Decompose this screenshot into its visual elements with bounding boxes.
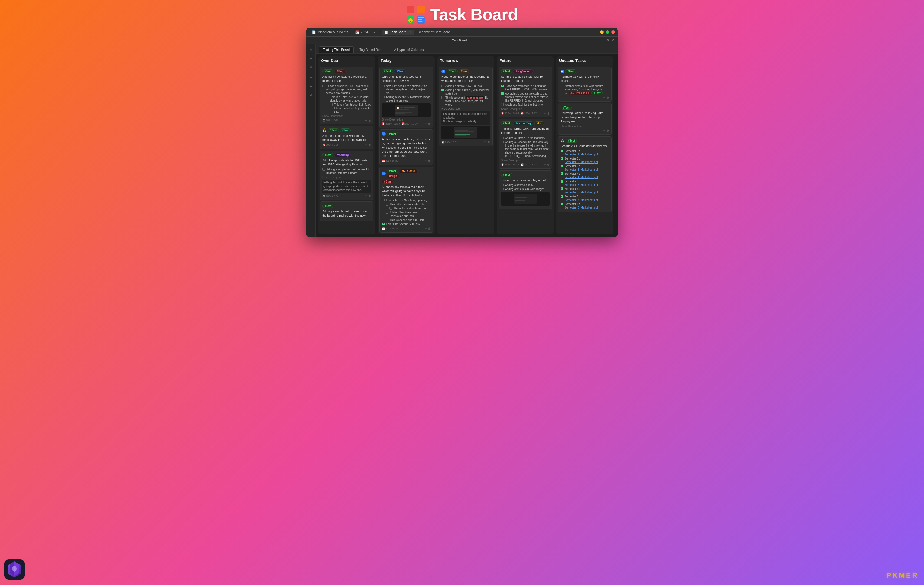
- delete-icon[interactable]: 🗑: [368, 195, 371, 197]
- hide-desc-btn[interactable]: Hide Description: [441, 107, 490, 110]
- subtask-checkbox[interactable]: ✓: [501, 92, 504, 95]
- subtask-checkbox-checked[interactable]: ✓: [441, 89, 444, 91]
- sidebar-icon-star[interactable]: ★: [308, 83, 314, 89]
- refresh-icon[interactable]: ↺: [612, 38, 614, 42]
- new-tab-btn[interactable]: +: [456, 30, 458, 34]
- sidebar-toggle-btn[interactable]: ☰: [310, 38, 312, 42]
- delete-icon[interactable]: 🗑: [487, 140, 490, 144]
- subtask-checkbox[interactable]: [386, 218, 388, 221]
- tag-foo[interactable]: #foo: [459, 69, 469, 73]
- delete-icon[interactable]: 🗑: [368, 119, 371, 122]
- tag-test[interactable]: #Test: [501, 69, 512, 73]
- subtask-checkbox[interactable]: [389, 207, 392, 210]
- subtask-checkbox[interactable]: ✓: [561, 203, 563, 205]
- tag-test[interactable]: #Test: [501, 121, 512, 126]
- tag-test[interactable]: #Test: [328, 128, 339, 132]
- subtask-checkbox[interactable]: [501, 140, 504, 143]
- show-desc-btn[interactable]: Show Description: [501, 107, 550, 111]
- edit-icon[interactable]: ✏: [425, 122, 427, 126]
- board-tab-alltypes[interactable]: All types of Columns: [390, 46, 427, 53]
- subtask-checkbox[interactable]: [441, 96, 444, 99]
- board-tab-tagbased[interactable]: Tag Based Board: [355, 46, 388, 53]
- edit-icon[interactable]: ✏: [484, 140, 486, 144]
- tag-test[interactable]: #Test: [387, 169, 398, 173]
- minimize-btn[interactable]: [600, 30, 604, 34]
- edit-icon[interactable]: ✏: [365, 195, 367, 197]
- tag-bug-solver[interactable]: #bug/solver: [513, 69, 533, 73]
- subtask-checkbox[interactable]: ✓: [561, 195, 563, 198]
- tag-subtasks[interactable]: #SubTasks: [399, 169, 417, 173]
- edit-icon[interactable]: ✏: [365, 144, 367, 147]
- tag-test[interactable]: #Test: [566, 139, 577, 143]
- maximize-btn[interactable]: [606, 30, 609, 34]
- tab-close-taskboard[interactable]: ×: [409, 31, 411, 33]
- subtask-checkbox[interactable]: [386, 211, 388, 214]
- tag-test[interactable]: #Test: [387, 132, 398, 136]
- subtask-checkbox[interactable]: ✓: [501, 84, 504, 87]
- tag-test[interactable]: #Test: [501, 173, 512, 177]
- edit-icon[interactable]: ✏: [365, 119, 367, 122]
- subtask-checkbox[interactable]: [501, 183, 504, 186]
- subtask-checkbox[interactable]: [561, 84, 563, 87]
- tag-bug[interactable]: #Bug: [382, 180, 393, 183]
- show-desc-btn[interactable]: Show Description: [501, 159, 550, 162]
- subtask-checkbox-checked[interactable]: ✓: [382, 223, 384, 225]
- subtask-checkbox[interactable]: [382, 199, 384, 202]
- subtask-checkbox[interactable]: ✓: [561, 187, 563, 190]
- subtask-checkbox[interactable]: ✓: [561, 172, 563, 175]
- sidebar-icon-list[interactable]: ≡: [308, 56, 314, 61]
- show-desc-btn[interactable]: Show Description: [561, 125, 609, 128]
- sidebar-icon-settings[interactable]: ⚙: [308, 74, 314, 79]
- subtask-checkbox[interactable]: [501, 103, 504, 106]
- subtask-checkbox[interactable]: [322, 168, 325, 171]
- subtask-checkbox[interactable]: [501, 137, 504, 139]
- subtask-checkbox[interactable]: [501, 188, 504, 190]
- delete-icon[interactable]: 🗑: [607, 129, 609, 132]
- tag-feat[interactable]: #feat: [340, 128, 350, 132]
- subtask-checkbox[interactable]: [386, 203, 388, 206]
- delete-icon[interactable]: 🗑: [547, 112, 550, 115]
- tag-test[interactable]: #Test: [322, 69, 333, 73]
- tag-test[interactable]: #Test: [447, 69, 458, 73]
- titlebar-tab-misc[interactable]: 📄 Miscellaneous Points: [309, 30, 351, 35]
- close-btn[interactable]: [611, 30, 615, 34]
- titlebar-tab-taskboard[interactable]: 📋 Task Board ×: [382, 30, 414, 35]
- subtask-checkbox[interactable]: ✓: [561, 157, 563, 160]
- delete-icon[interactable]: 🗑: [428, 122, 431, 126]
- subtask-checkbox[interactable]: ✓: [561, 165, 563, 167]
- sidebar-icon-close[interactable]: ✕: [308, 93, 314, 98]
- tag-bug[interactable]: #Bug: [335, 69, 346, 73]
- tag-test[interactable]: #Test: [382, 69, 393, 73]
- tag-test[interactable]: #Test: [322, 204, 333, 208]
- edit-icon[interactable]: ✏: [603, 129, 606, 132]
- subtask-checkbox[interactable]: [382, 84, 384, 87]
- delete-icon[interactable]: 🗑: [428, 160, 431, 162]
- titlebar-tab-readme[interactable]: Readme of CardBoard: [415, 30, 453, 35]
- delete-icon[interactable]: 🗑: [607, 96, 609, 99]
- subtask-checkbox[interactable]: ✓: [561, 180, 563, 183]
- edit-icon[interactable]: ✏: [425, 227, 427, 230]
- delete-icon[interactable]: 🗑: [547, 163, 550, 166]
- sidebar-icon-panels[interactable]: ⊞: [308, 46, 314, 52]
- edit-icon[interactable]: ✏: [425, 160, 427, 162]
- tag-working[interactable]: #working: [335, 153, 351, 157]
- tag-fun[interactable]: #fun: [534, 121, 544, 126]
- delete-icon[interactable]: 🗑: [368, 144, 371, 147]
- subtask-checkbox[interactable]: [330, 103, 333, 106]
- edit-icon[interactable]: ✏: [603, 96, 606, 99]
- delete-icon[interactable]: 🗑: [428, 227, 431, 230]
- tag-new[interactable]: #New: [394, 69, 406, 73]
- hide-desc-btn[interactable]: Hide Description: [322, 176, 371, 179]
- subtask-checkbox[interactable]: [326, 96, 329, 98]
- tag-second[interactable]: #secondTag: [513, 121, 533, 126]
- edit-icon[interactable]: ✏: [544, 163, 546, 166]
- subtask-checkbox[interactable]: [382, 96, 384, 98]
- tag-bugs[interactable]: #bugs: [387, 174, 399, 178]
- subtask-checkbox[interactable]: ✓: [561, 149, 563, 152]
- tag-test[interactable]: #Test: [322, 153, 333, 157]
- sidebar-icon-grid[interactable]: ⊟: [308, 65, 314, 70]
- tag-test[interactable]: #Test: [561, 106, 572, 110]
- titlebar-tab-date[interactable]: 📅 2024-10-29: [352, 30, 381, 35]
- board-tab-testing[interactable]: Testing This Board: [319, 46, 354, 53]
- edit-icon[interactable]: ✏: [544, 112, 546, 115]
